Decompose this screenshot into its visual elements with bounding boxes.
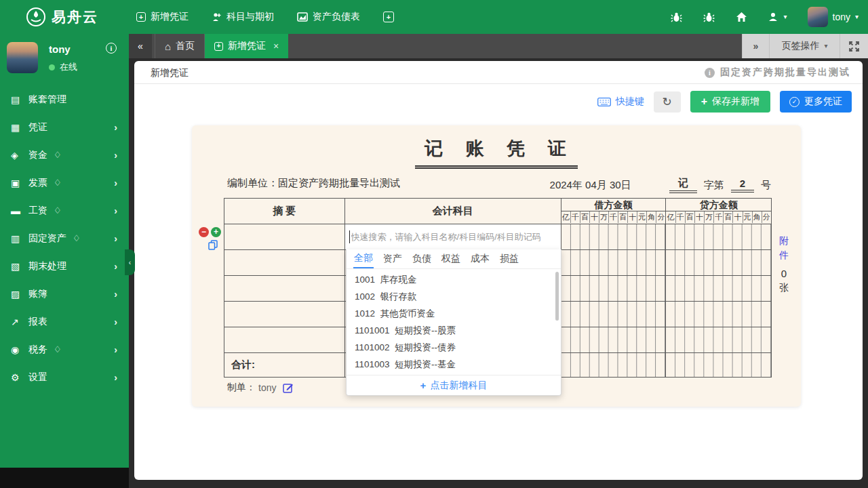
summary-cell[interactable] bbox=[224, 302, 345, 327]
sidebar-item-ledger[interactable]: ▨ 账簿 › bbox=[0, 280, 129, 308]
tab-new-voucher[interactable]: + 新增凭证 × bbox=[205, 34, 288, 58]
tab-profit-loss[interactable]: 损益 bbox=[499, 249, 519, 268]
account-cell[interactable] bbox=[345, 224, 561, 249]
digit-unit: 千 bbox=[676, 211, 686, 223]
shortcut-keys-link[interactable]: 快捷键 bbox=[597, 96, 644, 108]
credit-cell[interactable] bbox=[666, 250, 771, 275]
tab-liabilities[interactable]: 负债 bbox=[412, 249, 432, 268]
digit-unit: 元 bbox=[637, 211, 647, 223]
scrollbar-thumb[interactable] bbox=[555, 272, 559, 321]
add-account-button[interactable]: + 点击新增科目 bbox=[347, 375, 561, 395]
fullscreen-toggle-button[interactable] bbox=[840, 34, 868, 58]
nav-new-voucher[interactable]: + 新增凭证 bbox=[136, 11, 189, 23]
info-icon[interactable]: i bbox=[106, 43, 117, 54]
sidebar-item-period-end[interactable]: ▧ 期末处理 › bbox=[0, 252, 129, 280]
chevron-right-icon: › bbox=[114, 344, 117, 355]
copy-row-icon[interactable] bbox=[208, 240, 223, 250]
voucher-word-mid: 字第 bbox=[704, 179, 724, 192]
save-and-new-button[interactable]: + 保存并新增 bbox=[690, 91, 770, 113]
sidebar-item-voucher[interactable]: ▦ 凭证 › bbox=[0, 113, 129, 141]
sidebar-item-tax[interactable]: ◉ 税务 ♢ › bbox=[0, 336, 129, 363]
account-search-input[interactable] bbox=[345, 224, 561, 249]
refresh-button[interactable]: ↻ bbox=[654, 92, 681, 113]
chevron-right-icon: › bbox=[114, 289, 117, 300]
account-list-item[interactable]: 1101001 短期投资--股票 bbox=[347, 322, 561, 339]
tabs-scroll-left-button[interactable]: « bbox=[129, 34, 152, 58]
debit-cell[interactable] bbox=[561, 276, 667, 301]
nav-subjects-opening[interactable]: 科目与期初 bbox=[212, 11, 274, 23]
sidebar-item-payroll[interactable]: ▬ 工资 ♢ › bbox=[0, 197, 129, 224]
sidebar-collapse-handle[interactable]: ‹ bbox=[125, 249, 135, 275]
credit-cell[interactable] bbox=[666, 224, 771, 249]
debit-cell[interactable] bbox=[561, 302, 667, 327]
summary-cell[interactable] bbox=[224, 327, 345, 352]
sidebar-user-card[interactable]: tony i 在线 bbox=[0, 34, 129, 77]
brand-logo[interactable]: 易舟云 bbox=[26, 7, 98, 27]
role-switcher[interactable]: ▾ bbox=[768, 12, 787, 22]
account-name: 其他货币资金 bbox=[380, 308, 435, 319]
sidebar-item-fixed-assets[interactable]: ▥ 固定资产 ♢ › bbox=[0, 224, 129, 252]
account-list-item[interactable]: 1101003 短期投资--基金 bbox=[347, 356, 561, 373]
digit-unit: 千 bbox=[571, 211, 580, 223]
account-list-item[interactable]: 1101002 短期投资--债券 bbox=[347, 339, 561, 356]
tab-assets[interactable]: 资产 bbox=[382, 249, 403, 268]
sidebar-item-account-set[interactable]: ▤ 账套管理 bbox=[0, 85, 129, 113]
debug-icon-2[interactable] bbox=[703, 11, 715, 23]
debit-cell[interactable] bbox=[561, 224, 667, 249]
add-row-button[interactable]: + bbox=[211, 227, 221, 237]
edit-preparer-icon[interactable] bbox=[283, 382, 294, 393]
header-right-controls: ▾ tony ▾ bbox=[670, 0, 859, 34]
nav-grid-plus[interactable]: + bbox=[383, 12, 394, 22]
voucher-date[interactable]: 2024年 04月 30日 bbox=[550, 179, 631, 192]
preparer-row: 制单： tony bbox=[227, 382, 294, 394]
sidebar-item-invoice[interactable]: ▣ 发票 ♢ › bbox=[0, 169, 129, 197]
tab-label: 新增凭证 bbox=[228, 40, 266, 52]
page-title: 新增凭证 bbox=[151, 67, 189, 79]
chevron-down-icon: ▾ bbox=[855, 14, 859, 20]
sidebar-item-reports[interactable]: ↗ 报表 › bbox=[0, 308, 129, 336]
tab-bar: « ⌂ 首页 + 新增凭证 × » 页签操作 ▾ bbox=[129, 34, 868, 58]
account-name: 短期投资--债券 bbox=[395, 342, 456, 352]
sidebar-menu: ▤ 账套管理 ▦ 凭证 › ◈ 资金 ♢ › ▣ 发票 ♢ › ▬ 工资 ♢ ›… bbox=[0, 85, 129, 391]
tab-all[interactable]: 全部 bbox=[353, 249, 374, 268]
credit-cell[interactable] bbox=[666, 302, 771, 327]
voucher-word[interactable]: 记 bbox=[669, 177, 697, 193]
app-header: 易舟云 + 新增凭证 科目与期初 资产负债表 + bbox=[0, 0, 868, 34]
summary-cell[interactable] bbox=[224, 250, 345, 275]
summary-cell[interactable] bbox=[224, 276, 345, 301]
nav-balance-sheet[interactable]: 资产负债表 bbox=[297, 11, 360, 23]
unit-label: 编制单位： bbox=[227, 177, 278, 188]
account-code: 1101003 bbox=[355, 359, 390, 369]
digit-unit: 分 bbox=[762, 211, 771, 223]
close-icon[interactable]: × bbox=[273, 41, 279, 52]
account-list-item[interactable]: 1002 银行存款 bbox=[347, 288, 561, 305]
user-menu[interactable]: tony ▾ bbox=[808, 7, 859, 27]
home-icon[interactable] bbox=[735, 11, 747, 23]
tabs-scroll-right-button[interactable]: » bbox=[742, 34, 769, 58]
account-dropdown: 全部 资产 负债 权益 成本 损益 1001 库存现金 1002 银行存款 10… bbox=[346, 249, 561, 396]
tab-home[interactable]: ⌂ 首页 bbox=[155, 34, 205, 58]
grid-plus-icon: + bbox=[383, 12, 394, 22]
account-list-item[interactable]: 1001 库存现金 bbox=[347, 271, 561, 288]
debit-cell[interactable] bbox=[561, 250, 667, 275]
premium-gem-icon: ♢ bbox=[73, 233, 81, 243]
sidebar-item-settings[interactable]: ⚙ 设置 › bbox=[0, 363, 129, 391]
tab-operations-dropdown[interactable]: 页签操作 ▾ bbox=[769, 34, 840, 58]
more-vouchers-button[interactable]: ✓ 更多凭证 bbox=[780, 91, 852, 113]
tab-operations-label: 页签操作 bbox=[781, 40, 819, 52]
account-list-item[interactable]: 1012 其他货币资金 bbox=[347, 305, 561, 322]
credit-cell[interactable] bbox=[666, 327, 771, 352]
attachment-link[interactable]: 件 bbox=[776, 248, 791, 262]
debit-cell[interactable] bbox=[561, 327, 667, 352]
credit-cell[interactable] bbox=[666, 276, 771, 301]
attachment-link[interactable]: 附 bbox=[776, 234, 791, 248]
voucher-number[interactable]: 2 bbox=[731, 178, 754, 192]
voucher-title-wrap: 记 账 凭 证 bbox=[192, 136, 801, 169]
total-label: 合计: bbox=[224, 353, 345, 377]
tab-equity[interactable]: 权益 bbox=[441, 249, 461, 268]
summary-cell[interactable] bbox=[224, 224, 345, 249]
sidebar-item-funds[interactable]: ◈ 资金 ♢ › bbox=[0, 141, 129, 169]
debug-icon[interactable] bbox=[670, 11, 682, 23]
tab-cost[interactable]: 成本 bbox=[470, 249, 490, 268]
remove-row-button[interactable]: − bbox=[199, 227, 209, 237]
